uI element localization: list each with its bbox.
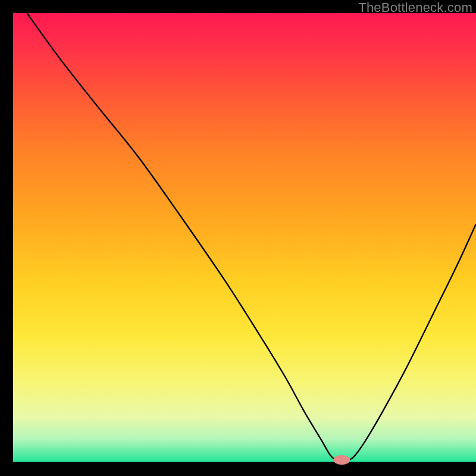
chart-background xyxy=(13,13,476,462)
watermark-text: TheBottleneck.com xyxy=(358,0,472,15)
optimal-point-marker xyxy=(333,455,350,465)
bottleneck-chart xyxy=(0,0,476,476)
chart-container: TheBottleneck.com xyxy=(0,0,476,476)
